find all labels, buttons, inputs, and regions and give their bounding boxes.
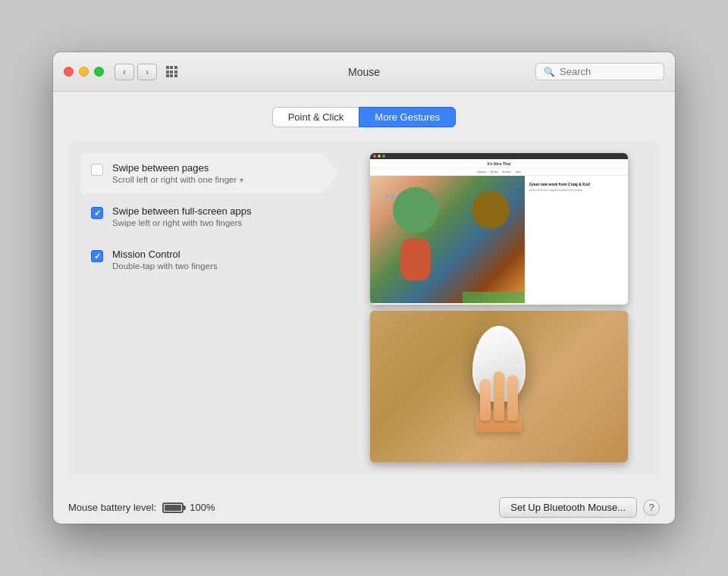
artwork-text: Great new work from Craig & Karl shows o… <box>525 176 628 303</box>
maximize-button[interactable] <box>94 67 104 77</box>
nav-buttons: ‹ › <box>115 64 157 80</box>
option-title-mission-control: Mission Control <box>112 249 218 260</box>
search-input[interactable] <box>560 66 656 77</box>
minimize-button[interactable] <box>79 67 89 77</box>
option-mission-control: Mission Control Double-tap with two fing… <box>80 239 338 280</box>
option-subtitle-mission-control: Double-tap with two fingers <box>112 261 218 271</box>
tab-more-gestures[interactable]: More Gestures <box>359 107 456 127</box>
tab-bar: Point & Click More Gestures <box>68 107 660 127</box>
website-title: It's Nice That <box>370 159 628 168</box>
search-box[interactable]: 🔍 <box>535 63 664 80</box>
grid-icon <box>166 66 177 77</box>
settings-panel: Swipe between pages Scroll left or right… <box>80 153 338 462</box>
battery-percent: 100% <box>190 502 215 513</box>
battery-info: Mouse battery level: 100% <box>68 502 215 513</box>
back-button[interactable]: ‹ <box>115 64 134 80</box>
checkbox-swipe-pages[interactable] <box>91 164 103 176</box>
option-title-swipe-pages: Swipe between pages <box>112 162 243 174</box>
setup-bluetooth-button[interactable]: Set Up Bluetooth Mouse... <box>499 497 637 518</box>
artwork-image <box>370 176 525 303</box>
option-text-swipe-fullscreen: Swipe between full-screen apps Swipe lef… <box>112 205 252 227</box>
desk-background <box>370 311 628 462</box>
titlebar: ‹ › Mouse 🔍 <box>53 52 675 92</box>
traffic-lights <box>64 67 104 77</box>
option-swipe-pages: Swipe between pages Scroll left or right… <box>80 153 338 193</box>
forward-button[interactable]: › <box>137 64 157 80</box>
help-button[interactable]: ? <box>643 499 660 516</box>
option-text-mission-control: Mission Control Double-tap with two fing… <box>112 249 218 271</box>
finger-3 <box>507 375 518 421</box>
footer-right: Set Up Bluetooth Mouse... ? <box>499 497 660 518</box>
content-area: Point & Click More Gestures Swipe betwee… <box>53 92 675 487</box>
grid-button[interactable] <box>162 64 181 80</box>
finger-2 <box>494 371 504 421</box>
preview-website: It's Nice That Opinion Books Events Jobs <box>370 153 628 305</box>
finger-1 <box>480 379 491 421</box>
tab-point-click[interactable]: Point & Click <box>272 107 359 127</box>
main-panel: Swipe between pages Scroll left or right… <box>68 141 660 474</box>
search-icon: 🔍 <box>544 67 555 77</box>
option-subtitle-swipe-fullscreen: Swipe left or right with two fingers <box>112 218 252 227</box>
battery-label: Mouse battery level: <box>68 502 156 513</box>
dropdown-arrow-swipe-pages[interactable]: ▾ <box>240 176 243 184</box>
checkbox-mission-control[interactable] <box>91 250 103 262</box>
window-title: Mouse <box>348 66 380 78</box>
checkbox-swipe-fullscreen[interactable] <box>91 207 103 219</box>
website-nav: Opinion Books Events Jobs <box>370 168 628 176</box>
website-menubar <box>370 153 628 159</box>
footer: Mouse battery level: 100% Set Up Bluetoo… <box>53 487 675 524</box>
preview-mouse <box>370 311 628 462</box>
battery-icon <box>162 502 184 513</box>
close-button[interactable] <box>64 67 74 77</box>
battery-fill <box>165 505 181 511</box>
website-screenshot: It's Nice That Opinion Books Events Jobs <box>370 153 628 305</box>
option-title-swipe-fullscreen: Swipe between full-screen apps <box>112 205 252 217</box>
option-text-swipe-pages: Swipe between pages Scroll left or right… <box>112 162 243 184</box>
option-subtitle-swipe-pages: Scroll left or right with one finger ▾ <box>112 175 243 184</box>
option-swipe-fullscreen: Swipe between full-screen apps Swipe lef… <box>80 196 338 236</box>
preview-area: It's Nice That Opinion Books Events Jobs <box>350 153 648 462</box>
website-content: Great new work from Craig & Karl shows o… <box>370 176 628 303</box>
main-window: ‹ › Mouse 🔍 Point & Click More Gestures <box>53 52 675 524</box>
